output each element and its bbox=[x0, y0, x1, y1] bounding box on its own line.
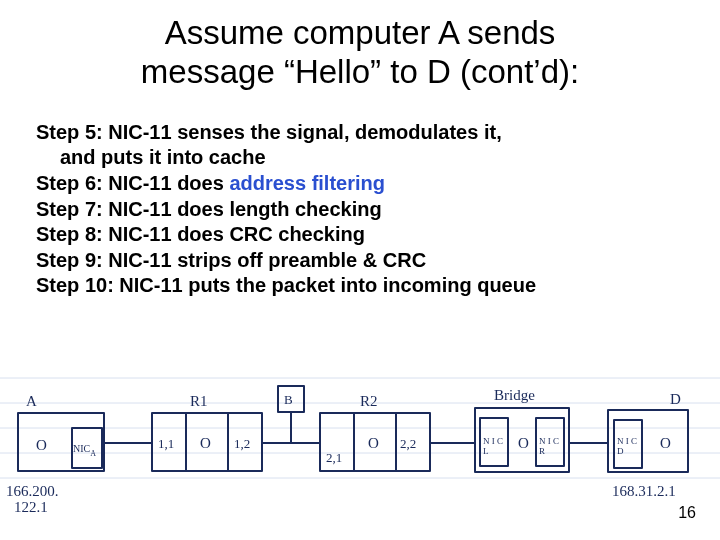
ip-right: 168.31.2.1 bbox=[612, 483, 676, 499]
node-bridge-label: Bridge bbox=[494, 387, 535, 403]
step-10: Step 10: NIC-11 puts the packet into inc… bbox=[36, 273, 690, 299]
step-9: Step 9: NIC-11 strips off preamble & CRC bbox=[36, 248, 690, 274]
step-6: Step 6: NIC-11 does address filtering bbox=[36, 171, 690, 197]
node-a-nic: NICA bbox=[73, 443, 96, 458]
r1-right: 1,2 bbox=[234, 436, 250, 451]
r2-left: 2,1 bbox=[326, 450, 342, 465]
steps-block: Step 5: NIC-11 senses the signal, demodu… bbox=[30, 120, 690, 299]
node-d-sub: O bbox=[660, 435, 671, 451]
r2-right: 2,2 bbox=[400, 436, 416, 451]
node-r1-label: R1 bbox=[190, 393, 208, 409]
node-d-label: D bbox=[670, 391, 681, 407]
network-diagram: A O NICA R1 1,1 O 1,2 B bbox=[0, 348, 720, 518]
step-5-line2: and puts it into cache bbox=[36, 145, 690, 171]
address-filtering-link[interactable]: address filtering bbox=[229, 172, 385, 194]
step-6-prefix: Step 6: NIC-11 does bbox=[36, 172, 229, 194]
title-line-1: Assume computer A sends bbox=[165, 14, 556, 51]
r2-mid: O bbox=[368, 435, 379, 451]
ip-left: 166.200.122.1 bbox=[6, 483, 59, 515]
step-5-line1: Step 5: NIC-11 senses the signal, demodu… bbox=[36, 120, 690, 146]
node-a-label: A bbox=[26, 393, 37, 409]
title-line-2: message “Hello” to D (cont’d): bbox=[141, 53, 579, 90]
bridge-mid-o: O bbox=[518, 435, 529, 451]
svg-rect-5 bbox=[18, 413, 104, 471]
node-b-label: B bbox=[284, 392, 293, 407]
slide-title: Assume computer A sends message “Hello” … bbox=[30, 14, 690, 92]
r1-mid: O bbox=[200, 435, 211, 451]
step-8: Step 8: NIC-11 does CRC checking bbox=[36, 222, 690, 248]
r1-left: 1,1 bbox=[158, 436, 174, 451]
slide: Assume computer A sends message “Hello” … bbox=[0, 0, 720, 540]
node-a-sub: O bbox=[36, 437, 47, 453]
page-number: 16 bbox=[678, 504, 696, 522]
step-7: Step 7: NIC-11 does length checking bbox=[36, 197, 690, 223]
node-r2-label: R2 bbox=[360, 393, 378, 409]
